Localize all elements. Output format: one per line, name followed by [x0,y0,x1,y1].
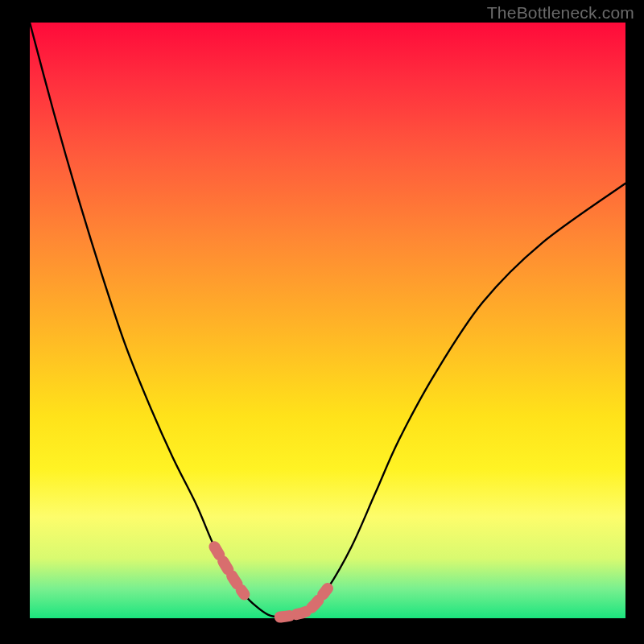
bottleneck-curve [30,23,625,617]
curve-layer [30,23,625,618]
plot-area [30,23,625,618]
chart-frame: TheBottleneck.com [0,0,644,644]
watermark-text: TheBottleneck.com [487,3,634,23]
highlight-segment-right [280,588,328,617]
highlight-segment-left [214,547,244,594]
